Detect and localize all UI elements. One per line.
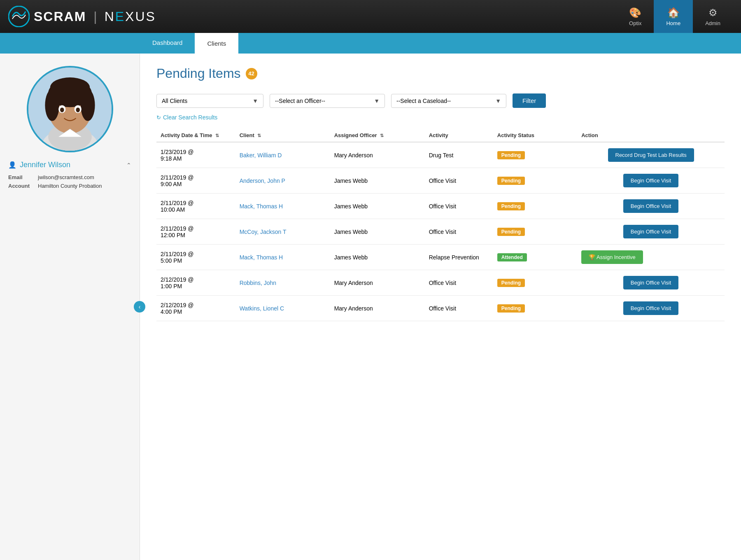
sidebar-toggle[interactable]: ‹ — [134, 301, 145, 313]
avatar-image — [28, 68, 112, 151]
officer-filter-arrow: ▼ — [374, 98, 380, 104]
cell-date: 2/11/2019 @ 9:00 AM — [156, 168, 235, 194]
cell-client[interactable]: Anderson, John P — [235, 168, 330, 194]
th-status: Activity Status — [493, 129, 577, 142]
table-row: 2/12/2019 @ 1:00 PMRobbins, JohnMary And… — [156, 270, 725, 296]
home-icon: 🏠 — [667, 7, 680, 19]
table-row: 2/11/2019 @ 9:00 AMAnderson, John PJames… — [156, 168, 725, 194]
status-badge: Pending — [497, 279, 525, 287]
caseload-filter[interactable]: --Select a Caseload-- ▼ — [391, 94, 506, 108]
officer-sort-icon[interactable]: ⇅ — [380, 133, 384, 138]
svg-point-9 — [50, 77, 89, 97]
nav-optix[interactable]: 🎨 Optix — [617, 0, 654, 33]
cell-officer: James Webb — [330, 245, 425, 270]
sidebar: ‹ — [0, 54, 140, 560]
officer-filter[interactable]: --Select an Officer-- ▼ — [270, 94, 385, 108]
assign-incentive-button[interactable]: 🏆 Assign Incentive — [581, 250, 643, 264]
page-title: Pending Items — [156, 66, 241, 81]
table-row: 2/11/2019 @ 5:00 PMMack, Thomas HJames W… — [156, 245, 725, 270]
cell-status: Attended — [493, 245, 577, 270]
caseload-filter-arrow: ▼ — [495, 98, 501, 104]
tab-dashboard[interactable]: Dashboard — [140, 33, 195, 54]
nav-home-label: Home — [666, 20, 680, 26]
cell-officer: James Webb — [330, 219, 425, 245]
logo-divider: | — [93, 9, 97, 24]
th-activity: Activity — [425, 129, 493, 142]
tab-clients[interactable]: Clients — [195, 33, 238, 54]
svg-point-12 — [60, 107, 64, 112]
content-area: Pending Items 42 All Clients ▼ --Select … — [140, 54, 741, 560]
cell-activity: Office Visit — [425, 270, 493, 296]
cell-action: Begin Office Visit — [577, 168, 725, 194]
nav-home[interactable]: 🏠 Home — [654, 0, 693, 33]
nav-admin[interactable]: ⚙ Admin — [693, 0, 733, 33]
client-link[interactable]: Anderson, John P — [240, 177, 285, 184]
cell-action: Begin Office Visit — [577, 270, 725, 296]
cell-date: 2/12/2019 @ 4:00 PM — [156, 296, 235, 321]
client-link[interactable]: Mack, Thomas H — [240, 254, 283, 261]
cell-status: Pending — [493, 168, 577, 194]
begin-office-visit-button[interactable]: Begin Office Visit — [623, 199, 679, 213]
cell-activity: Office Visit — [425, 296, 493, 321]
nav-admin-label: Admin — [705, 20, 720, 26]
th-officer: Assigned Officer ⇅ — [330, 129, 425, 142]
cell-client[interactable]: Robbins, John — [235, 270, 330, 296]
refresh-icon: ↻ — [156, 114, 161, 121]
logo-nexus: NEXUS — [105, 9, 156, 24]
clients-filter[interactable]: All Clients ▼ — [156, 94, 263, 108]
cell-officer: Mary Anderson — [330, 270, 425, 296]
client-link[interactable]: Robbins, John — [240, 280, 277, 286]
cell-client[interactable]: Watkins, Lionel C — [235, 296, 330, 321]
record-drug-test-button[interactable]: Record Drug Test Lab Results — [608, 148, 694, 162]
cell-action: Begin Office Visit — [577, 194, 725, 219]
user-info: 👤 Jennifer Wilson ⌃ Email jwilson@scramt… — [0, 161, 140, 198]
cell-client[interactable]: Mack, Thomas H — [235, 245, 330, 270]
filter-button[interactable]: Filter — [513, 93, 546, 108]
cell-action: 🏆 Assign Incentive — [577, 245, 725, 270]
status-badge: Attended — [497, 253, 527, 261]
cell-officer: Mary Anderson — [330, 142, 425, 168]
user-name: 👤 Jennifer Wilson — [8, 161, 70, 169]
logo: SCRAM | NEXUS — [8, 6, 156, 27]
user-icon: 👤 — [8, 161, 16, 169]
cell-activity: Relapse Prevention — [425, 245, 493, 270]
table-row: 1/23/2019 @ 9:18 AMBaker, William DMary … — [156, 142, 725, 168]
cell-activity: Office Visit — [425, 219, 493, 245]
begin-office-visit-button[interactable]: Begin Office Visit — [623, 276, 679, 289]
cell-officer: James Webb — [330, 194, 425, 219]
begin-office-visit-button[interactable]: Begin Office Visit — [623, 301, 679, 315]
chevron-up-icon[interactable]: ⌃ — [126, 162, 131, 168]
header-nav: 🎨 Optix 🏠 Home ⚙ Admin — [617, 0, 733, 33]
cell-officer: Mary Anderson — [330, 296, 425, 321]
pending-count-badge: 42 — [246, 68, 257, 79]
client-link[interactable]: Mack, Thomas H — [240, 203, 283, 210]
cell-client[interactable]: Mack, Thomas H — [235, 194, 330, 219]
optix-icon: 🎨 — [629, 7, 641, 19]
date-sort-icon[interactable]: ⇅ — [215, 133, 219, 138]
cell-date: 2/11/2019 @ 10:00 AM — [156, 194, 235, 219]
cell-status: Pending — [493, 194, 577, 219]
status-badge: Pending — [497, 177, 525, 185]
begin-office-visit-button[interactable]: Begin Office Visit — [623, 225, 679, 238]
client-link[interactable]: McCoy, Jackson T — [240, 229, 287, 235]
email-row: Email jwilson@scramtest.com — [8, 174, 131, 180]
client-sort-icon[interactable]: ⇅ — [257, 133, 261, 138]
begin-office-visit-button[interactable]: Begin Office Visit — [623, 174, 679, 187]
cell-status: Pending — [493, 142, 577, 168]
cell-status: Pending — [493, 219, 577, 245]
account-row: Account Hamilton County Probation — [8, 183, 131, 189]
table-body: 1/23/2019 @ 9:18 AMBaker, William DMary … — [156, 142, 725, 321]
main-layout: ‹ — [0, 54, 741, 560]
clear-search-link[interactable]: ↻ Clear Search Results — [156, 114, 725, 121]
cell-date: 2/11/2019 @ 12:00 PM — [156, 219, 235, 245]
cell-date: 2/12/2019 @ 1:00 PM — [156, 270, 235, 296]
cell-client[interactable]: Baker, William D — [235, 142, 330, 168]
header: SCRAM | NEXUS 🎨 Optix 🏠 Home ⚙ Admin — [0, 0, 741, 33]
status-badge: Pending — [497, 304, 525, 313]
cell-client[interactable]: McCoy, Jackson T — [235, 219, 330, 245]
cell-action: Begin Office Visit — [577, 219, 725, 245]
client-link[interactable]: Watkins, Lionel C — [240, 305, 284, 312]
cell-date: 1/23/2019 @ 9:18 AM — [156, 142, 235, 168]
client-link[interactable]: Baker, William D — [240, 152, 282, 159]
status-badge: Pending — [497, 151, 525, 159]
